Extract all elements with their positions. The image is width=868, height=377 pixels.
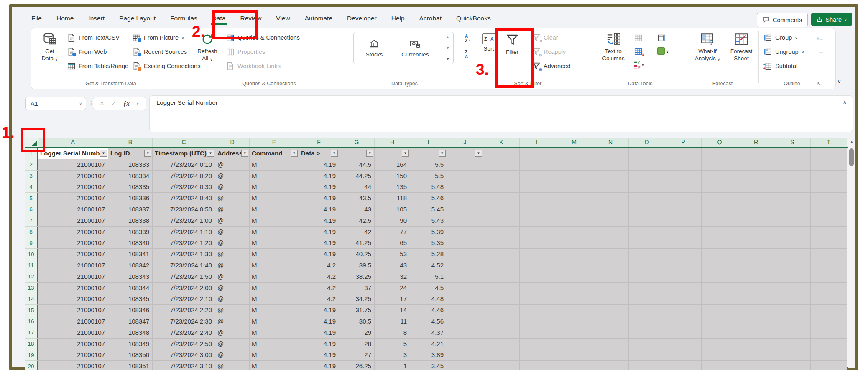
cell-G4[interactable]: 44	[339, 181, 375, 193]
cell-M11[interactable]	[556, 260, 592, 271]
cell-B6[interactable]: 108337	[108, 204, 153, 215]
cell-M15[interactable]	[556, 305, 592, 316]
cell-H17[interactable]: 8	[375, 327, 410, 339]
cell-B12[interactable]: 108343	[108, 271, 153, 283]
cell-I11[interactable]: 4.52	[410, 260, 447, 271]
cell-T12[interactable]	[811, 271, 847, 283]
row-header-6[interactable]: 6	[25, 204, 38, 215]
cell-C2[interactable]: 7/23/2024 0:10	[153, 159, 215, 171]
column-header-T[interactable]: T	[811, 138, 847, 147]
cell-O7[interactable]	[629, 215, 665, 227]
cell-A9[interactable]: 21000107	[38, 237, 108, 249]
cell-M6[interactable]	[556, 204, 592, 215]
cell-O9[interactable]	[629, 237, 665, 249]
row-header-14[interactable]: 14	[25, 293, 38, 305]
cell-P8[interactable]	[665, 227, 702, 238]
cell-M2[interactable]	[556, 159, 592, 171]
cell-D7[interactable]: @	[215, 215, 250, 227]
stocks-button[interactable]: Stocks	[354, 32, 395, 64]
cell-S14[interactable]	[774, 293, 811, 305]
cell-B8[interactable]: 108339	[108, 227, 153, 238]
cell-B7[interactable]: 108338	[108, 215, 153, 227]
tab-insert[interactable]: Insert	[88, 15, 105, 25]
cell-M19[interactable]	[556, 349, 592, 361]
cell-K7[interactable]	[483, 215, 520, 227]
cell-P19[interactable]	[665, 349, 702, 361]
cell-L11[interactable]	[520, 260, 556, 271]
cell-B2[interactable]: 108333	[108, 159, 153, 171]
cell-O4[interactable]	[629, 181, 665, 193]
clear-filter-button[interactable]: × Clear	[532, 33, 571, 43]
cell-D12[interactable]: @	[215, 271, 250, 283]
cell-G12[interactable]: 38.25	[339, 271, 375, 283]
cell-J12[interactable]	[447, 271, 483, 283]
cell-T1[interactable]	[811, 148, 847, 159]
cell-Q12[interactable]	[702, 271, 738, 283]
cell-E1[interactable]: Command▼	[250, 148, 299, 159]
cell-D14[interactable]: @	[215, 293, 250, 305]
tab-page-layout[interactable]: Page Layout	[119, 15, 156, 25]
row-header-18[interactable]: 18	[25, 339, 38, 350]
cell-H2[interactable]: 164	[375, 159, 410, 171]
cell-B19[interactable]: 108350	[108, 349, 153, 361]
cell-E9[interactable]: M	[250, 237, 299, 249]
cell-A1[interactable]: Logger Serial Number▼	[38, 148, 108, 159]
confirm-entry-icon[interactable]: ✓	[111, 100, 116, 107]
cell-Q9[interactable]	[702, 237, 738, 249]
cell-N11[interactable]	[592, 260, 629, 271]
cell-F9[interactable]: 4.19	[299, 237, 339, 249]
cell-E6[interactable]: M	[250, 204, 299, 215]
cell-H15[interactable]: 14	[375, 305, 410, 316]
cell-A3[interactable]: 21000107	[38, 171, 108, 182]
from-table-range-button[interactable]: From Table/Range	[67, 61, 128, 71]
cell-F13[interactable]: 4.2	[299, 283, 339, 294]
cell-N12[interactable]	[592, 271, 629, 283]
gallery-scroll-down-button[interactable]: ▼	[442, 43, 453, 54]
cell-O18[interactable]	[629, 339, 665, 350]
cell-D11[interactable]: @	[215, 260, 250, 271]
cell-Q20[interactable]	[702, 361, 738, 370]
cell-O20[interactable]	[629, 361, 665, 370]
cell-J10[interactable]	[447, 249, 483, 260]
cell-J20[interactable]	[447, 361, 483, 370]
cell-J14[interactable]	[447, 293, 483, 305]
cell-S8[interactable]	[774, 227, 811, 238]
filter-dropdown-button[interactable]: ▼	[331, 150, 338, 157]
row-header-8[interactable]: 8	[25, 227, 38, 238]
cell-Q2[interactable]	[702, 159, 738, 171]
name-box[interactable]: A1 ∨	[25, 97, 86, 110]
cell-S16[interactable]	[774, 316, 811, 327]
cell-N8[interactable]	[592, 227, 629, 238]
cell-P16[interactable]	[665, 316, 702, 327]
cell-P10[interactable]	[665, 249, 702, 260]
filter-dropdown-button[interactable]: ▼	[291, 150, 298, 157]
tab-help[interactable]: Help	[391, 15, 405, 25]
cell-N20[interactable]	[592, 361, 629, 370]
cell-O15[interactable]	[629, 305, 665, 316]
cell-T7[interactable]	[811, 215, 847, 227]
cell-I4[interactable]: 5.48	[410, 181, 447, 193]
cell-P17[interactable]	[665, 327, 702, 339]
cell-A4[interactable]: 21000107	[38, 181, 108, 193]
cell-F4[interactable]: 4.19	[299, 181, 339, 193]
cell-K20[interactable]	[483, 361, 520, 370]
row-header-5[interactable]: 5	[25, 193, 38, 204]
row-header-11[interactable]: 11	[25, 260, 38, 271]
cell-L20[interactable]	[520, 361, 556, 370]
cell-C15[interactable]: 7/23/2024 2:20	[153, 305, 215, 316]
formula-bar[interactable]: Logger Serial Number ∧	[149, 95, 853, 132]
cell-C10[interactable]: 7/23/2024 1:30	[153, 249, 215, 260]
filter-dropdown-button[interactable]: ▼	[207, 150, 214, 157]
cell-L3[interactable]	[520, 171, 556, 182]
cell-G15[interactable]: 31.75	[339, 305, 375, 316]
cell-D13[interactable]: @	[215, 283, 250, 294]
cell-T8[interactable]	[811, 227, 847, 238]
cell-I15[interactable]: 4.46	[410, 305, 447, 316]
cell-B20[interactable]: 108351	[108, 361, 153, 370]
cell-A7[interactable]: 21000107	[38, 215, 108, 227]
cell-H13[interactable]: 24	[375, 283, 410, 294]
cell-T10[interactable]	[811, 249, 847, 260]
cell-K15[interactable]	[483, 305, 520, 316]
row-header-10[interactable]: 10	[25, 249, 38, 260]
cell-K16[interactable]	[483, 316, 520, 327]
